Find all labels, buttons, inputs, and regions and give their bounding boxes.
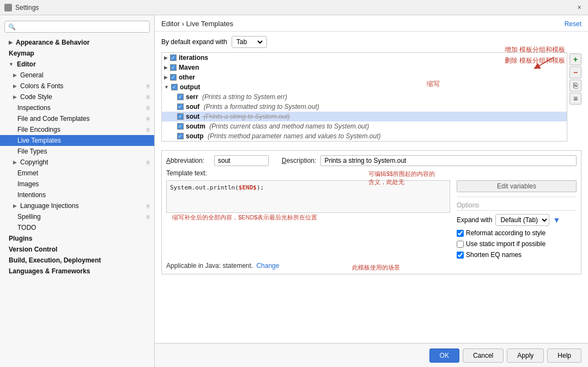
item-desc-serr: (Prints a string to System.err) [201, 93, 287, 101]
checkbox-serr[interactable]: ✓ [177, 94, 184, 100]
shorten-eq-checkbox[interactable] [457, 252, 464, 259]
item-abbr-souf: souf [186, 103, 199, 111]
applicable-label: Applicable in Java: statement. [166, 262, 253, 270]
add-button[interactable]: + [569, 53, 581, 65]
expand-with-select[interactable]: Tab Enter Space [234, 38, 264, 46]
close-button[interactable]: ✕ [575, 3, 584, 12]
sidebar-item-build-exec-deploy[interactable]: Build, Execution, Deployment [0, 255, 154, 266]
cancel-button[interactable]: Cancel [463, 348, 504, 363]
checkbox-reformat: Reformat according to style [457, 229, 577, 237]
checkbox-iterations[interactable]: ✓ [170, 54, 177, 61]
sidebar-item-live-templates[interactable]: Live Templates [0, 135, 154, 146]
template-text-area[interactable]: System.out.println($END$); [166, 180, 450, 213]
search-icon: 🔍 [8, 23, 16, 30]
edit-section: Abbreviation: Description: Template text… [161, 150, 581, 274]
two-cols: System.out.println($END$); Edit variable… [166, 180, 577, 259]
sidebar-item-colors-fonts[interactable]: ▶ Colors & Fonts ⎘ [0, 81, 154, 91]
sidebar: 🔍 ▶ Appearance & Behavior Keymap ▼ Edito… [0, 15, 155, 367]
reformat-label: Reformat according to style [466, 229, 545, 237]
sidebar-item-keymap[interactable]: Keymap [0, 48, 154, 59]
edit-variables-button[interactable]: Edit variables [457, 180, 577, 192]
content-area-wrapper: Editor › Live Templates Reset By default… [155, 15, 588, 367]
sidebar-item-plugins[interactable]: Plugins [0, 233, 154, 244]
expand-row: By default expand with Tab Enter Space [161, 36, 581, 48]
checkbox-soutp[interactable]: ✓ [177, 133, 184, 139]
abbreviation-input[interactable] [214, 155, 269, 166]
title-bar-title: Settings [15, 4, 39, 11]
arrow-down-icon: ▼ [9, 62, 14, 67]
description-input[interactable] [320, 155, 577, 166]
copy-icon: ⎘ [147, 127, 150, 133]
shorten-eq-label: Shorten EQ names [466, 251, 522, 259]
sidebar-item-languages-frameworks[interactable]: Languages & Frameworks [0, 266, 154, 277]
reformat-checkbox[interactable] [457, 230, 464, 237]
sidebar-item-code-style[interactable]: ▶ Code Style ⎘ [0, 91, 154, 102]
copy-button[interactable]: ⎘ [569, 79, 581, 91]
content: Editor › Live Templates Reset By default… [155, 15, 588, 343]
sidebar-item-language-injections[interactable]: ▶ Language Injections ⎘ [0, 200, 154, 211]
sidebar-item-spelling[interactable]: Spelling ⎘ [0, 211, 154, 222]
sidebar-item-appearance[interactable]: ▶ Appearance & Behavior [0, 37, 154, 48]
group-name-other: other [179, 74, 195, 81]
sidebar-item-file-code-templates[interactable]: File and Code Templates ⎘ [0, 113, 154, 124]
ok-button[interactable]: OK [429, 348, 459, 363]
reset-link[interactable]: Reset [565, 20, 581, 28]
checkbox-soutm[interactable]: ✓ [177, 123, 184, 130]
template-group-maven[interactable]: ▶ ✓ Maven [162, 63, 567, 72]
expand-with-select[interactable]: Default (Tab) Tab Enter Space [495, 214, 549, 226]
sidebar-item-version-control[interactable]: Version Control [0, 244, 154, 255]
static-import-label: Use static import if possible [466, 240, 545, 248]
search-box[interactable]: 🔍 [4, 21, 150, 33]
title-bar-controls[interactable]: ✕ [575, 3, 584, 12]
arrow-icon: ▶ [13, 160, 17, 165]
sidebar-item-images[interactable]: Images [0, 179, 154, 189]
sidebar-item-intentions[interactable]: Intentions [0, 189, 154, 200]
template-item-serr[interactable]: ✓ serr (Prints a string to System.err) [162, 92, 567, 102]
templates-panel: ▶ ✓ iterations ▶ ✓ Maven [161, 52, 567, 142]
expand-dropdown[interactable]: Tab Enter Space [232, 36, 267, 48]
move-button[interactable]: ≡ [569, 93, 581, 105]
copy-icon: ⎘ [147, 160, 150, 166]
applicable-row: Applicable in Java: statement. Change [166, 262, 577, 270]
template-item-souf[interactable]: ✓ souf (Prints a formatted string to Sys… [162, 102, 567, 112]
apply-button[interactable]: Apply [507, 348, 544, 363]
template-item-soutm[interactable]: ✓ soutm (Prints current class and method… [162, 121, 567, 131]
copy-icon: ⎘ [147, 83, 150, 89]
template-group-iterations[interactable]: ▶ ✓ iterations [162, 53, 567, 63]
settings-icon [4, 4, 12, 11]
sidebar-item-todo[interactable]: TODO [0, 222, 154, 233]
copy-icon: ⎘ [147, 203, 150, 209]
static-import-checkbox[interactable] [457, 241, 464, 248]
search-input[interactable] [18, 23, 146, 30]
help-button[interactable]: Help [547, 348, 581, 363]
arrow-icon: ▶ [13, 94, 17, 100]
arrow-icon: ▶ [13, 72, 17, 78]
template-group-output[interactable]: ▼ ✓ output [162, 82, 567, 92]
sidebar-item-file-encodings[interactable]: File Encodings ⎘ [0, 124, 154, 135]
template-item-soutp[interactable]: ✓ soutp (Prints method parameter names a… [162, 131, 567, 141]
sidebar-item-general[interactable]: ▶ General [0, 70, 154, 81]
right-col: Edit variables Options Expand with Defau… [457, 180, 577, 259]
checkbox-sout[interactable]: ✓ [177, 113, 184, 120]
arrow-right-icon: ▶ [9, 40, 13, 45]
checkbox-static-import: Use static import if possible [457, 240, 577, 248]
checkbox-maven[interactable]: ✓ [170, 64, 177, 71]
sidebar-item-file-types[interactable]: File Types [0, 146, 154, 157]
checkbox-output[interactable]: ✓ [171, 84, 178, 90]
main-container: 🔍 ▶ Appearance & Behavior Keymap ▼ Edito… [0, 15, 588, 367]
arrow-down-icon: ▼ [164, 84, 169, 90]
item-abbr-sout: sout [186, 113, 199, 120]
options-label: Options [457, 201, 577, 211]
template-item-sout[interactable]: ✓ sout (Prints a string to System.out) [162, 112, 567, 121]
change-link[interactable]: Change [256, 262, 279, 270]
checkbox-other[interactable]: ✓ [170, 74, 177, 81]
sidebar-item-inspections[interactable]: Inspections ⎘ [0, 102, 154, 113]
sidebar-item-copyright[interactable]: ▶ Copyright ⎘ [0, 157, 154, 168]
template-code: System.out.println($END$); [170, 184, 264, 191]
options-divider [457, 197, 577, 197]
template-group-other[interactable]: ▶ ✓ other [162, 72, 567, 82]
sidebar-item-emmet[interactable]: Emmet [0, 168, 154, 179]
checkbox-souf[interactable]: ✓ [177, 103, 184, 110]
remove-button[interactable]: − [569, 66, 581, 78]
sidebar-item-editor[interactable]: ▼ Editor [0, 59, 154, 70]
